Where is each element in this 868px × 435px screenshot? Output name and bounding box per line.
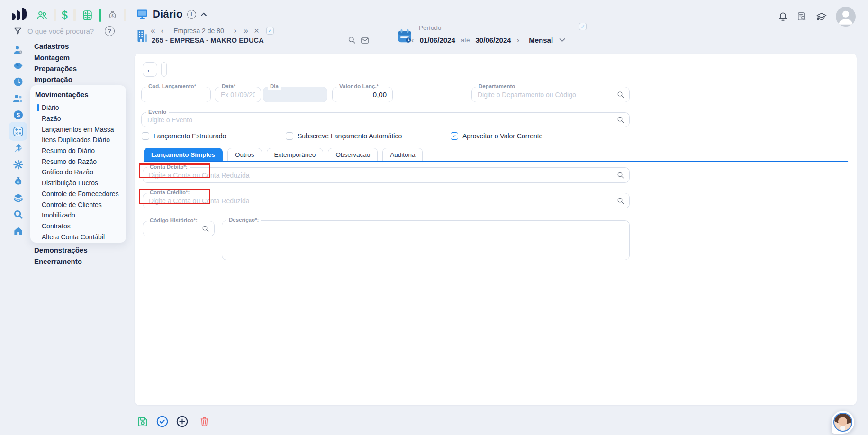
money-bag-rail-icon[interactable]: $ xyxy=(11,174,25,188)
tab-auditoria[interactable]: Auditoria xyxy=(382,148,423,161)
clear-company-button[interactable]: × xyxy=(254,26,259,35)
selected-company-name[interactable]: 265 - EMPRESA - MAKRO EDUCA xyxy=(152,36,264,44)
handshake-icon[interactable] xyxy=(11,59,25,72)
data-field: Data* xyxy=(215,87,261,102)
submenu-item-controle-de-fornecedores[interactable]: Controle de Fornecedores xyxy=(30,189,126,199)
period-end-date[interactable]: 30/06/2024 xyxy=(476,36,511,44)
submenu-item-altera-conta-contabil[interactable]: Altera Conta Contábil xyxy=(30,231,126,242)
last-company-button[interactable]: » xyxy=(244,27,246,35)
sidebar-item-montagem[interactable]: Montagem xyxy=(34,52,129,63)
tab-lancamento-simples[interactable]: Lançamento Simples xyxy=(144,148,223,161)
clock-icon[interactable] xyxy=(11,75,25,88)
page-header: Diário i xyxy=(136,8,207,20)
sidebar-item-cadastros[interactable]: Cadastros xyxy=(34,41,129,52)
dollar-circle-icon[interactable]: $ xyxy=(11,108,25,121)
active-module-indicator xyxy=(99,9,101,22)
submenu-item-resumo-do-diario[interactable]: Resumo do Diário xyxy=(30,145,126,156)
codigo-historico-search-icon[interactable] xyxy=(201,225,210,233)
people-module-icon[interactable] xyxy=(36,9,48,21)
sidebar-search-input[interactable] xyxy=(27,27,100,36)
makro-logo[interactable] xyxy=(12,8,27,20)
sidebar-item-importacao[interactable]: Importação xyxy=(34,74,129,85)
tab-outros[interactable]: Outros xyxy=(227,148,262,161)
sidebar-item-movimentacoes[interactable]: Movimentações xyxy=(30,90,126,102)
save-button[interactable] xyxy=(136,416,149,428)
support-agent-avatar xyxy=(833,413,852,432)
lancamento-estruturado-checkbox-label: Lançamento Estruturado xyxy=(154,132,226,140)
conta-debito-search-icon[interactable] xyxy=(616,171,625,180)
finance-module-icon[interactable]: $ xyxy=(62,10,68,21)
tab-extemporaneo[interactable]: Extemporâneo xyxy=(267,148,324,161)
envelope-icon[interactable] xyxy=(360,36,370,45)
confirm-button[interactable] xyxy=(156,415,169,428)
submenu-item-lancamentos-em-massa[interactable]: Lançamentos em Massa xyxy=(30,124,126,135)
support-chat-bubble[interactable] xyxy=(832,411,854,434)
submenu-item-resumo-do-razao[interactable]: Resumo do Razão xyxy=(30,156,126,167)
company-selected-checkbox[interactable]: ✓ xyxy=(266,27,274,35)
chevron-down-icon[interactable] xyxy=(559,38,566,42)
sidebar-item-encerramento[interactable]: Encerramento xyxy=(34,255,129,266)
search-rail-icon[interactable] xyxy=(11,208,25,221)
info-icon[interactable]: i xyxy=(187,10,196,19)
period-start-date[interactable]: 01/06/2024 xyxy=(420,36,455,44)
add-button[interactable] xyxy=(176,415,189,428)
cod-lancamento-field: Cod. Lançamento* xyxy=(141,87,211,102)
company-underline xyxy=(152,47,369,47)
money-bag-module-icon[interactable]: $ xyxy=(107,10,118,21)
aproveitar-o-valor-corrente-checkbox-label: Aproveitar o Valor Corrente xyxy=(462,132,542,140)
people-icon[interactable] xyxy=(11,91,25,105)
lancamento-estruturado-checkbox[interactable] xyxy=(142,132,149,140)
evento-input[interactable] xyxy=(142,113,629,127)
submenu-item-razao[interactable]: Razão xyxy=(30,113,126,124)
aproveitar-o-valor-corrente-checkbox[interactable]: ✓ xyxy=(451,132,458,140)
submenu-item-diario[interactable]: Diário xyxy=(30,102,126,113)
prev-period-button[interactable]: ‹ xyxy=(411,36,414,44)
departamento-label: Departamento xyxy=(476,83,517,90)
home-icon[interactable] xyxy=(11,224,25,237)
calculator-module-icon[interactable] xyxy=(81,9,93,21)
checkbox-row-subscreve-lancamento-automatico: Subscreve Lançamento Automático xyxy=(286,132,402,140)
user-avatar[interactable] xyxy=(836,7,856,27)
calculator-rail-icon[interactable] xyxy=(9,122,27,141)
submenu-item-itens-duplicados-diario[interactable]: Itens Duplicados Diário xyxy=(30,135,126,145)
conta-credito-input[interactable] xyxy=(143,193,629,208)
first-company-button[interactable]: « xyxy=(151,27,154,35)
prev-company-button[interactable]: ‹ xyxy=(161,27,163,35)
descricao-textarea[interactable] xyxy=(222,221,629,260)
company-counter: Empresa 2 de 80 xyxy=(171,27,227,35)
departamento-search-icon[interactable] xyxy=(616,91,625,99)
next-period-button[interactable]: › xyxy=(517,36,520,44)
next-company-button[interactable]: › xyxy=(234,27,237,35)
academy-graduation-cap-icon[interactable] xyxy=(815,11,828,22)
audit-log-icon[interactable] xyxy=(796,11,807,22)
checkbox-row-lancamento-estruturado: Lançamento Estruturado xyxy=(142,132,226,140)
back-button[interactable]: ← xyxy=(143,62,157,77)
layers-icon[interactable] xyxy=(11,191,25,204)
conta-debito-input[interactable] xyxy=(143,168,629,182)
submenu-item-imobilizado[interactable]: Imobilizado xyxy=(30,210,126,221)
notifications-bell-icon[interactable] xyxy=(778,11,788,22)
submenu-item-distribuicao-lucros[interactable]: Distribuição Lucros xyxy=(30,178,126,189)
subscreve-lancamento-automatico-checkbox[interactable] xyxy=(286,132,293,140)
user-settings-icon[interactable] xyxy=(11,43,25,56)
evento-search-icon[interactable] xyxy=(616,116,625,124)
period-selected-checkbox[interactable]: ✓ xyxy=(579,23,587,30)
cod-lancamento-label: Cod. Lançamento* xyxy=(146,83,199,90)
filter-funnel-icon[interactable] xyxy=(13,27,22,36)
tab-observacao[interactable]: Observação xyxy=(328,148,378,161)
form-tabs: Lançamento SimplesOutrosExtemporâneoObse… xyxy=(144,148,423,161)
collapse-handle[interactable] xyxy=(161,62,167,77)
submenu-item-contratos[interactable]: Contratos xyxy=(30,221,126,232)
chevron-up-icon[interactable] xyxy=(200,12,207,17)
company-search-icon[interactable] xyxy=(347,36,357,45)
conta-credito-search-icon[interactable] xyxy=(616,197,625,205)
sidebar-item-preparacoes[interactable]: Preparações xyxy=(34,63,129,74)
delete-button[interactable] xyxy=(199,416,210,427)
help-icon[interactable]: ? xyxy=(105,26,115,36)
submenu-item-controle-de-clientes[interactable]: Controle de Clientes xyxy=(30,199,126,210)
growth-arrow-icon[interactable] xyxy=(11,141,25,154)
sidebar-item-demonstracoes[interactable]: Demonstrações xyxy=(34,245,129,255)
submenu-item-grafico-do-razao[interactable]: Gráfico do Razão xyxy=(30,167,126,178)
gear-icon[interactable] xyxy=(11,158,25,171)
period-mode-select[interactable]: Mensal xyxy=(529,36,553,44)
